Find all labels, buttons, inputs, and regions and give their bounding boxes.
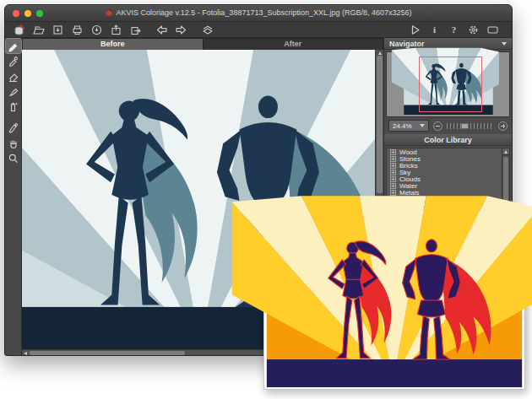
vertical-scroll-thumb[interactable]: [377, 56, 383, 193]
print-button[interactable]: [70, 23, 84, 36]
zoom-slider[interactable]: [447, 122, 494, 130]
expand-icon[interactable]: +: [390, 183, 396, 189]
expand-icon[interactable]: +: [390, 163, 396, 169]
hints-panel-toggle[interactable]: [486, 23, 500, 36]
preferences-button[interactable]: [466, 23, 480, 36]
save-button[interactable]: [51, 23, 65, 36]
horizontal-scroll-thumb[interactable]: [30, 351, 185, 355]
expand-icon[interactable]: +: [390, 176, 396, 182]
main-toolbar: i ?: [5, 22, 512, 38]
expand-icon[interactable]: +: [390, 190, 396, 196]
navigator-title: Navigator: [389, 40, 425, 48]
zoom-out-button[interactable]: [433, 121, 442, 131]
expand-icon[interactable]: +: [390, 170, 396, 175]
post-button[interactable]: [200, 23, 214, 36]
scroll-up-icon[interactable]: [378, 51, 382, 55]
keep-color-pencil-tool[interactable]: [6, 54, 21, 68]
redo-button[interactable]: [174, 23, 188, 36]
run-button[interactable]: [408, 23, 422, 36]
zoom-tool[interactable]: [6, 151, 21, 165]
eyedropper-tool[interactable]: [6, 121, 21, 135]
undo-button[interactable]: [155, 23, 169, 36]
color-library-title: Color Library: [424, 136, 472, 144]
pencil-tool[interactable]: [6, 39, 21, 53]
help-button[interactable]: ?: [447, 23, 461, 36]
page: AKVIS Coloriage v.12.5 - Fotolia_3887171…: [0, 0, 532, 399]
zoom-in-button[interactable]: [498, 121, 508, 131]
tab-before[interactable]: Before: [23, 39, 203, 50]
scroll-left-icon[interactable]: [24, 352, 27, 355]
export-button[interactable]: [128, 23, 143, 36]
info-button[interactable]: i: [427, 23, 442, 36]
zoom-controls: 24.4%: [384, 117, 512, 134]
zoom-slider-thumb[interactable]: [461, 123, 469, 129]
magic-tube-tool[interactable]: [6, 100, 21, 114]
tab-after[interactable]: After: [204, 39, 383, 50]
scroll-up-icon[interactable]: [504, 150, 508, 154]
eraser-tool[interactable]: [6, 69, 21, 84]
expand-icon[interactable]: +: [390, 156, 396, 162]
app-logo-icon: [12, 23, 26, 36]
colorized-result-photo: [263, 211, 525, 390]
publish-button[interactable]: [90, 23, 104, 36]
color-library-header: Color Library: [384, 134, 512, 146]
app-icon: [105, 8, 113, 19]
share-button[interactable]: [109, 23, 123, 36]
hand-tool[interactable]: [6, 136, 21, 150]
zoom-select[interactable]: 24.4%: [388, 120, 429, 132]
navigator-preview: [386, 51, 510, 117]
before-after-tabs: Before After: [22, 38, 383, 50]
tool-sidebar: [5, 38, 22, 356]
expand-icon[interactable]: +: [390, 149, 396, 155]
zoom-dropdown-icon: [420, 124, 425, 127]
title-bar: AKVIS Coloriage v.12.5 - Fotolia_3887171…: [5, 5, 512, 22]
navigator-collapse-icon[interactable]: [502, 42, 507, 46]
navigator-view-rectangle[interactable]: [419, 57, 482, 113]
zoom-value: 24.4%: [393, 122, 412, 130]
window-title: AKVIS Coloriage v.12.5 - Fotolia_3887171…: [5, 8, 512, 19]
recolor-brush-tool[interactable]: [6, 84, 21, 99]
open-button[interactable]: [31, 23, 46, 36]
after-image: [270, 218, 518, 383]
